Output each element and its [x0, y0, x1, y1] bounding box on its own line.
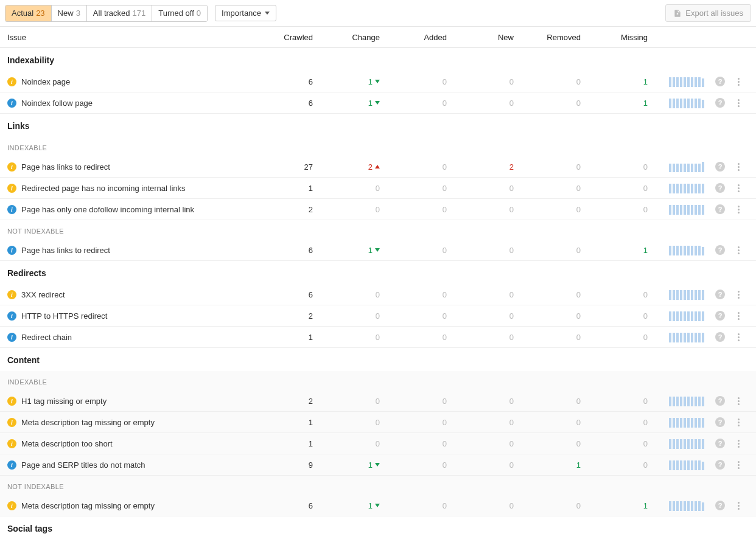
cell-numeric: 0	[528, 290, 595, 299]
export-button[interactable]: Export all issues	[665, 4, 751, 22]
cell-change: 0	[327, 205, 394, 214]
tab-count: 171	[133, 9, 146, 18]
cell-numeric: 1	[528, 460, 595, 470]
help-cell: ?	[711, 204, 729, 214]
warning-icon: i	[7, 290, 16, 299]
more-icon[interactable]	[735, 499, 742, 512]
more-cell	[729, 288, 747, 301]
help-icon[interactable]: ?	[715, 98, 725, 108]
table-row[interactable]: iRedirect chain100000?	[0, 327, 756, 348]
more-icon[interactable]	[735, 288, 742, 301]
help-cell: ?	[711, 77, 729, 86]
help-icon[interactable]: ?	[715, 396, 725, 406]
header-missing[interactable]: Missing	[595, 33, 662, 42]
warning-icon: i	[7, 439, 16, 448]
help-icon[interactable]: ?	[715, 183, 725, 193]
sparkline	[662, 500, 711, 511]
cell-numeric: 6	[261, 501, 327, 510]
header-new[interactable]: New	[461, 33, 528, 42]
help-icon[interactable]: ?	[715, 162, 725, 172]
sparkline	[662, 182, 711, 193]
warning-icon: i	[7, 397, 16, 406]
table-row[interactable]: iMeta description tag missing or empty10…	[0, 412, 756, 433]
filter-tab[interactable]: Turned off0	[152, 5, 207, 21]
cell-numeric: 1	[595, 99, 662, 108]
filter-tab[interactable]: New3	[52, 5, 87, 21]
help-icon[interactable]: ?	[715, 439, 725, 448]
tab-count: 23	[36, 9, 44, 18]
issue-cell: iMeta description tag missing or empty	[5, 501, 261, 510]
issue-cell: iPage has only one dofollow incoming int…	[5, 205, 261, 214]
cell-numeric: 0	[528, 162, 595, 172]
tab-label: All tracked	[93, 9, 130, 18]
table-row[interactable]: iRedirected page has no incoming interna…	[0, 178, 756, 199]
cell-numeric: 0	[595, 162, 662, 172]
issue-name: Meta description too short	[21, 439, 113, 448]
header-added[interactable]: Added	[394, 33, 461, 42]
cell-numeric: 6	[261, 77, 327, 86]
table-row[interactable]: iHTTP to HTTPS redirect200000?	[0, 305, 756, 327]
more-icon[interactable]	[735, 203, 742, 216]
more-icon[interactable]	[735, 331, 742, 344]
arrow-down-icon	[375, 463, 380, 467]
header-change[interactable]: Change	[327, 33, 394, 42]
table-row[interactable]: iPage has links to redirect610001?	[0, 240, 756, 261]
table-row[interactable]: iH1 tag missing or empty200000?	[0, 391, 756, 412]
header-removed[interactable]: Removed	[528, 33, 595, 42]
help-icon[interactable]: ?	[715, 77, 725, 86]
warning-icon: i	[7, 418, 16, 427]
filter-tab[interactable]: Actual23	[5, 5, 52, 21]
header-crawled[interactable]: Crawled	[261, 33, 327, 42]
table-row[interactable]: iPage has only one dofollow incoming int…	[0, 199, 756, 220]
cell-change: 2	[327, 162, 394, 172]
cell-numeric: 2	[261, 311, 327, 321]
help-cell: ?	[711, 183, 729, 193]
help-icon[interactable]: ?	[715, 417, 725, 427]
info-icon: i	[7, 333, 16, 342]
help-icon[interactable]: ?	[715, 332, 725, 342]
more-cell	[729, 437, 747, 450]
more-icon[interactable]	[735, 395, 742, 408]
filter-tab[interactable]: All tracked171	[87, 5, 152, 21]
more-icon[interactable]	[735, 416, 742, 429]
help-icon[interactable]: ?	[715, 290, 725, 299]
sparkline	[662, 417, 711, 428]
more-icon[interactable]	[735, 310, 742, 322]
more-icon[interactable]	[735, 161, 742, 173]
help-icon[interactable]: ?	[715, 460, 725, 470]
info-icon: i	[7, 460, 16, 470]
more-icon[interactable]	[735, 97, 742, 109]
table-row[interactable]: iMeta description tag missing or empty61…	[0, 495, 756, 516]
sort-dropdown[interactable]: Importance	[215, 5, 276, 21]
help-icon[interactable]: ?	[715, 204, 725, 214]
cell-numeric: 0	[595, 439, 662, 448]
more-cell	[729, 244, 747, 257]
table-row[interactable]: iNoindex page610001?	[0, 71, 756, 92]
header-issue: Issue	[5, 33, 261, 42]
cell-numeric: 0	[394, 99, 461, 108]
table-row[interactable]: iPage and SERP titles do not match910010…	[0, 454, 756, 476]
more-icon[interactable]	[735, 459, 742, 471]
more-icon[interactable]	[735, 244, 742, 257]
help-icon[interactable]: ?	[715, 501, 725, 510]
help-icon[interactable]: ?	[715, 311, 725, 321]
cell-numeric: 0	[528, 439, 595, 448]
sparkline	[662, 310, 711, 321]
table-row[interactable]: i3XX redirect600000?	[0, 284, 756, 305]
table-row[interactable]: iPage has links to redirect2720200?	[0, 156, 756, 178]
toolbar-left: Actual23New3All tracked171Turned off0 Im…	[5, 5, 276, 22]
more-icon[interactable]	[735, 182, 742, 195]
cell-numeric: 0	[528, 397, 595, 406]
cell-numeric: 0	[461, 501, 528, 510]
more-icon[interactable]	[735, 75, 742, 88]
help-icon[interactable]: ?	[715, 245, 725, 255]
table-row[interactable]: iMeta description too short100000?	[0, 433, 756, 454]
arrow-down-icon	[375, 248, 380, 252]
cell-numeric: 0	[394, 162, 461, 172]
more-cell	[729, 161, 747, 173]
more-icon[interactable]	[735, 437, 742, 450]
cell-numeric: 0	[394, 397, 461, 406]
table-row[interactable]: iNoindex follow page610001?	[0, 92, 756, 114]
cell-numeric: 0	[461, 333, 528, 342]
cell-numeric: 0	[528, 311, 595, 321]
